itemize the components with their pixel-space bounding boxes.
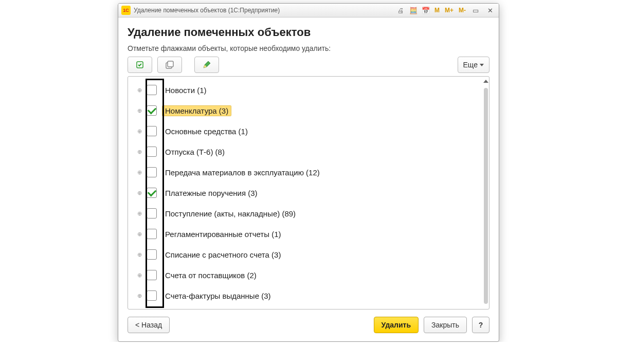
item-label[interactable]: Регламентированные отчеты (1) (162, 229, 284, 240)
titlebar: 1C Удаление помеченных объектов (1С:Пред… (118, 4, 499, 17)
expand-icon[interactable]: ⊕ (136, 149, 142, 155)
footer: < Назад Удалить Закрыть ? (128, 317, 489, 333)
list-item: ⊕Поступление (акты, накладные) (89) (128, 203, 489, 224)
item-checkbox[interactable] (147, 147, 157, 157)
item-checkbox[interactable] (147, 105, 157, 116)
dialog-window: 1C Удаление помеченных объектов (1С:Пред… (118, 3, 499, 342)
expand-icon[interactable]: ⊕ (136, 210, 142, 216)
expand-icon[interactable]: ⊕ (136, 293, 142, 299)
item-label[interactable]: Передача материалов в эксплуатацию (12) (162, 167, 323, 178)
scroll-up-icon[interactable] (483, 80, 488, 83)
close-button[interactable]: Закрыть (424, 317, 467, 333)
app-logo-icon: 1C (121, 6, 131, 15)
close-window-button[interactable]: ✕ (484, 6, 496, 15)
check-all-icon (135, 60, 144, 69)
check-all-button[interactable] (128, 57, 152, 73)
list-item: ⊕Основные средства (1) (128, 121, 489, 141)
item-label[interactable]: Номенклатура (3) (162, 105, 231, 116)
item-checkbox[interactable] (147, 208, 157, 219)
list-item: ⊕Отпуска (Т-6) (8) (128, 141, 489, 162)
m-button[interactable]: M (433, 7, 441, 14)
item-checkbox[interactable] (147, 249, 157, 260)
expand-icon[interactable]: ⊕ (136, 128, 142, 134)
help-button[interactable]: ? (472, 317, 489, 333)
print-icon[interactable]: 🖨 (396, 6, 406, 15)
list-item: ⊕Платежные поручения (3) (128, 183, 489, 203)
list-item: ⊕Счета от поставщиков (2) (128, 265, 489, 285)
uncheck-all-button[interactable] (157, 57, 182, 73)
more-button[interactable]: Еще (458, 57, 490, 73)
more-label: Еще (463, 61, 478, 69)
svg-rect-2 (168, 61, 173, 67)
list-item: ⊕Новости (1) (128, 80, 489, 100)
item-label[interactable]: Поступление (акты, накладные) (89) (162, 208, 299, 219)
item-label[interactable]: Отпуска (Т-6) (8) (162, 147, 228, 157)
expand-icon[interactable]: ⊕ (136, 251, 142, 258)
item-label[interactable]: Новости (1) (162, 85, 210, 96)
expand-icon[interactable]: ⊕ (136, 190, 142, 196)
edit-button[interactable] (194, 57, 219, 73)
scrollbar[interactable] (484, 88, 488, 304)
back-button[interactable]: < Назад (128, 317, 170, 333)
toolbar: Еще (128, 57, 489, 73)
item-checkbox[interactable] (147, 167, 157, 177)
expand-icon[interactable]: ⊕ (136, 272, 142, 278)
minimize-button[interactable]: ▭ (470, 6, 481, 15)
uncheck-all-icon (165, 60, 174, 69)
expand-icon[interactable]: ⊕ (136, 231, 142, 237)
expand-icon[interactable]: ⊕ (136, 169, 142, 175)
edit-icon (202, 60, 211, 69)
item-label[interactable]: Счета от поставщиков (2) (162, 270, 260, 281)
item-label[interactable]: Основные средства (1) (162, 126, 251, 137)
item-checkbox[interactable] (147, 126, 157, 136)
object-list: ⊕Новости (1)⊕Номенклатура (3)⊕Основные с… (128, 76, 489, 310)
page-title: Удаление помеченных объектов (128, 26, 489, 39)
delete-button[interactable]: Удалить (374, 317, 419, 333)
list-item: ⊕Списание с расчетного счета (3) (128, 244, 489, 265)
item-checkbox[interactable] (147, 188, 157, 198)
item-checkbox[interactable] (147, 270, 157, 280)
m-minus-button[interactable]: M- (458, 7, 467, 14)
content-area: Удаление помеченных объектов Отметьте фл… (118, 17, 499, 341)
calculator-icon[interactable]: 🧮 (409, 6, 418, 15)
list-item: ⊕Счета-фактуры выданные (3) (128, 285, 489, 306)
m-plus-button[interactable]: M+ (444, 7, 455, 14)
item-label[interactable]: Списание с расчетного счета (3) (162, 249, 284, 260)
item-label[interactable]: Платежные поручения (3) (162, 188, 261, 198)
calendar-icon[interactable]: 📅 (421, 6, 430, 15)
expand-icon[interactable]: ⊕ (136, 107, 142, 114)
expand-icon[interactable]: ⊕ (136, 87, 142, 93)
item-checkbox[interactable] (147, 85, 157, 95)
item-checkbox[interactable] (147, 290, 157, 301)
item-checkbox[interactable] (147, 229, 157, 239)
list-item: ⊕Передача материалов в эксплуатацию (12) (128, 162, 489, 183)
page-subtitle: Отметьте флажками объекты, которые необх… (128, 44, 489, 52)
window-title: Удаление помеченных объектов (1С:Предпри… (134, 7, 280, 14)
list-item: ⊕Регламентированные отчеты (1) (128, 224, 489, 244)
chevron-down-icon (480, 64, 484, 66)
list-item: ⊕Номенклатура (3) (128, 100, 489, 121)
item-label[interactable]: Счета-фактуры выданные (3) (162, 290, 274, 301)
